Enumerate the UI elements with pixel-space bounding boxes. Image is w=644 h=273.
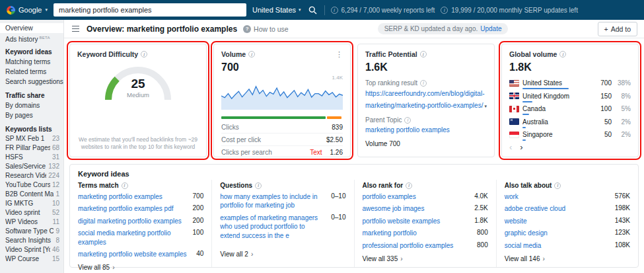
keyword-volume: 100 [193, 229, 204, 236]
metric-value: 1.26 [330, 149, 343, 156]
how-to-use-link[interactable]: ? How to use [243, 25, 289, 33]
top-ranking-url-link[interactable]: https://careerfoundry.com/en/blog/digita… [365, 90, 484, 109]
traffic-potential-value: 1.6K [365, 61, 487, 73]
sidebar-item[interactable]: Matching terms [0, 57, 63, 67]
keyword-link[interactable]: professional portfolio examples [363, 241, 478, 251]
pager-next-icon[interactable]: › [520, 143, 522, 151]
info-icon[interactable]: i [122, 182, 128, 189]
sidebar-keyword-list-item[interactable]: WP Videos 11 [0, 217, 63, 227]
menu-icon[interactable] [71, 24, 81, 34]
sidebar-keyword-list-item[interactable]: YouTube Course 12 [0, 180, 63, 190]
sidebar-keyword-list-item[interactable]: Search Insights 8 [0, 236, 63, 245]
metric-row-clicks: Clicks 839 [221, 121, 343, 133]
keyword-link[interactable]: social media [505, 241, 615, 251]
add-to-button[interactable]: + Add to [598, 22, 638, 36]
keyword-link[interactable]: portfolio website examples [363, 217, 475, 226]
sidebar-item-overview[interactable]: Overview [0, 23, 63, 33]
keyword-link[interactable]: marketing portfolio website examples [78, 250, 196, 259]
sidebar-item[interactable]: By domains [0, 100, 63, 110]
keyword-list-count: 132 [48, 162, 59, 171]
info-icon[interactable]: i [554, 182, 561, 189]
keyword-link[interactable]: digital marketing portfolio examples [78, 217, 193, 226]
info-icon[interactable]: i [255, 182, 262, 189]
parent-topic-link[interactable]: marketing portfolio examples [365, 126, 487, 135]
view-all-link[interactable]: View all 2 › [220, 247, 345, 258]
also-talk-about-rows: work 576K adobe creative cloud 198K [505, 190, 630, 252]
search-button[interactable] [307, 5, 318, 16]
help-icon: ? [243, 25, 251, 33]
country-row: United States 700 38% [509, 78, 631, 89]
keyword-link[interactable]: portfolio examples [363, 192, 475, 202]
country-selector[interactable]: United States ▾ [252, 6, 301, 14]
info-icon[interactable]: i [406, 182, 412, 189]
country-name: United States [522, 79, 597, 87]
sidebar-keyword-list-item[interactable]: IG MKTG 10 [0, 199, 63, 208]
sidebar-item-ads-history[interactable]: Ads historyBETA [0, 33, 63, 43]
keyword-link[interactable]: marketing portfolio examples pdf [78, 204, 193, 214]
sidebar-keyword-list-item[interactable]: Software Type Cate... 9 [0, 227, 63, 236]
volume-title: Volume [221, 50, 246, 58]
keyword-link[interactable]: work [505, 192, 615, 202]
keyword-link[interactable]: social media marketing portfolio example… [78, 229, 193, 247]
info-icon[interactable]: i [248, 51, 255, 58]
keyword-link[interactable]: awesome job images [363, 204, 475, 214]
beta-badge: BETA [39, 36, 50, 40]
sidebar-keyword-list-item[interactable]: Video sprint 52 [0, 208, 63, 217]
kd-note: We estimate that you'll need backlinks f… [77, 136, 199, 151]
keyword-link[interactable]: website [505, 217, 615, 226]
info-icon[interactable]: i [559, 51, 566, 58]
view-all-link[interactable]: View all 335 › [363, 252, 488, 262]
keyword-list-count: 12 [52, 180, 59, 190]
serp-updates-quota: i 19,999 / 20,000 monthly SERP updates l… [441, 7, 578, 14]
keyword-link[interactable]: examples of marketing managers who used … [220, 214, 331, 241]
keyword-row: portfolio website examples 1.8K [363, 215, 488, 227]
topbar-divider [324, 5, 325, 15]
keyword-link[interactable]: how many examples to include in portfoli… [220, 192, 331, 210]
sidebar-keyword-list-item[interactable]: B2B Content Market... 1 [0, 190, 63, 199]
info-icon[interactable]: i [420, 80, 427, 87]
country-volume-percent: 38% [615, 79, 631, 87]
sidebar-keyword-list-item[interactable]: WP Course 15 [0, 254, 63, 264]
sidebar-keyword-ideas-group: Matching terms Related terms Search sugg… [0, 57, 63, 87]
keyword-link[interactable]: marketing portfolio examples [78, 192, 193, 202]
keyword-link[interactable]: adobe creative cloud [505, 204, 615, 214]
country-flag-icon [509, 80, 519, 87]
country-volume-bar [522, 139, 526, 141]
keyword-list-name: HSFS [5, 153, 50, 162]
sidebar-item-label: Overview [5, 24, 33, 32]
keyword-list-count: 10 [52, 199, 59, 208]
update-link[interactable]: Update [480, 25, 501, 32]
sidebar-item[interactable]: Search suggestions [0, 77, 63, 87]
sidebar-keyword-list-item[interactable]: Sales/Service Aca... 132 [0, 162, 63, 171]
chevron-right-icon: › [543, 255, 545, 262]
keyword-link[interactable]: graphic design [505, 229, 615, 238]
sidebar-item[interactable]: Related terms [0, 67, 63, 77]
volume-value: 700 [221, 61, 343, 73]
view-all-link[interactable]: View all 146 › [505, 252, 630, 262]
keyword-link[interactable]: marketing portfolio [363, 229, 478, 238]
sidebar-item[interactable]: By pages [0, 110, 63, 120]
info-icon[interactable]: i [141, 51, 147, 58]
keyword-list-name: Video sprint [5, 208, 50, 217]
metric-value: 839 [332, 124, 343, 131]
keyword-list-name: Software Type Cate... [5, 227, 54, 236]
keyword-row: examples of marketing managers who used … [220, 212, 345, 242]
keyword-volume: 200 [193, 217, 204, 224]
chevron-down-icon[interactable]: ▾ [484, 104, 487, 108]
sidebar-keyword-list-item[interactable]: HSFS 31 [0, 153, 63, 162]
sidebar-item-label: Matching terms [5, 58, 50, 65]
pager-prev-icon[interactable]: ‹ [509, 143, 512, 151]
sidebar-keyword-list-item[interactable]: Video Sprint [YouTu... 46 [0, 245, 63, 254]
sidebar-keyword-list-item[interactable]: SP MX Feb 1 23 [0, 134, 63, 143]
view-all-link[interactable]: View all 85 › [78, 260, 203, 271]
info-icon[interactable]: i [420, 51, 427, 58]
keyword-row: professional portfolio examples 800 [363, 239, 488, 252]
sidebar-keyword-list-item[interactable]: Research Video S... 224 [0, 171, 63, 180]
search-engine-selector[interactable]: Google ▾ [7, 6, 48, 15]
content-area: Keyword Difficulty i 25 Medium We estima… [64, 38, 644, 273]
keyword-search-input[interactable] [54, 3, 246, 17]
more-menu-icon[interactable]: ⋮ [336, 51, 343, 58]
sidebar-keyword-list-item[interactable]: FR Pillar Pages 68 [0, 143, 63, 153]
keyword-row: how many examples to include in portfoli… [220, 190, 345, 212]
info-icon[interactable]: i [404, 117, 411, 124]
